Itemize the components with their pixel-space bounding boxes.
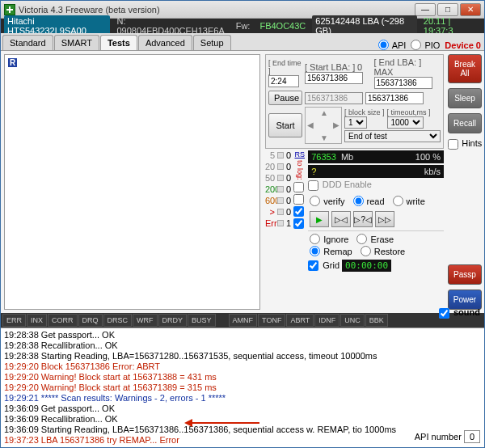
tag-inx: INX (27, 314, 47, 327)
recall-button[interactable]: Recall (448, 113, 482, 133)
to-log-label: to log: (296, 160, 304, 180)
break-all-button[interactable]: Break All (448, 54, 482, 83)
tag-tonf: TONF (258, 314, 285, 327)
info-bar: Hitachi HTS543232L9SA00 N: 090804FBD400C… (1, 19, 484, 33)
close-button[interactable]: ✕ (460, 3, 481, 16)
mode-write[interactable]: write (393, 196, 425, 206)
end-lba-2[interactable] (365, 92, 424, 104)
endtime-label: [ End time ] (268, 59, 302, 75)
mode-verify[interactable]: verify (310, 196, 344, 206)
radio-pio[interactable]: PIO (411, 40, 440, 50)
tag-busy: BUSY (188, 314, 216, 327)
tag- (217, 314, 228, 327)
api-number: API number0 (415, 430, 480, 443)
sleep-button[interactable]: Sleep (448, 88, 482, 108)
tag-drsc: DRSC (103, 314, 133, 327)
nav-pad[interactable]: ▲▼◀▶ (305, 107, 342, 144)
tag-wrf: WRF (133, 314, 158, 327)
mode-read[interactable]: read (353, 196, 385, 206)
rs-link[interactable]: RS (294, 150, 305, 158)
ff-button[interactable]: ▷▷ (375, 211, 394, 227)
tag-abrt: ABRT (286, 314, 314, 327)
tag-bbk: BBK (365, 314, 388, 327)
grid-check[interactable]: Grid (308, 260, 340, 272)
block-size-select[interactable]: 1 (344, 116, 367, 129)
app-icon (4, 4, 15, 15)
passp-button[interactable]: Passp (448, 264, 482, 285)
start-lba-input[interactable] (305, 72, 363, 84)
tab-setup[interactable]: Setup (193, 35, 231, 50)
minimize-button[interactable]: — (415, 3, 436, 16)
hints-check[interactable]: Hints (448, 138, 483, 150)
timer: 00:00:00 (342, 260, 391, 272)
tolog-check-4[interactable] (293, 218, 304, 229)
pause-button[interactable]: Pause (268, 91, 302, 105)
timeout-select[interactable]: 1000 (387, 116, 424, 129)
tag-drdy: DRDY (158, 314, 188, 327)
ddd-enable[interactable]: DDD Enable (308, 180, 444, 191)
tag-idnf: IDNF (314, 314, 340, 327)
endtime-input[interactable] (268, 75, 299, 87)
r-marker: R (8, 58, 17, 67)
tag-amnf: AMNF (229, 314, 258, 327)
tab-row: Standard SMART Tests Advanced Setup API … (1, 33, 484, 51)
maximize-button[interactable]: □ (437, 3, 458, 16)
window-title: Victoria 4.3 Freeware (beta version) (19, 5, 415, 15)
scan-canvas: R (4, 54, 260, 310)
act-restore[interactable]: Restore (361, 246, 406, 256)
fw-label: Fw: (233, 20, 254, 32)
act-erase[interactable]: Erase (356, 234, 394, 244)
rew-button[interactable]: ▷◁ (331, 211, 351, 227)
annotation-arrow (187, 422, 259, 424)
radio-api[interactable]: API (378, 40, 407, 50)
mb-value: 76353 (311, 152, 336, 162)
tab-tests[interactable]: Tests (100, 35, 137, 50)
tolog-check-3[interactable] (293, 206, 304, 217)
sound-check[interactable]: sound (439, 307, 480, 319)
start-lba-current (305, 92, 363, 104)
latency-stats: 5 020 050 0200 0600 0> 0Err 1 (265, 150, 291, 273)
end-lba-input[interactable] (374, 77, 432, 89)
tab-smart[interactable]: SMART (54, 35, 99, 50)
tag-err: ERR (2, 314, 26, 327)
status-tags: ERRINXCORRDRQDRSCWRFDRDYBUSYAMNFTONFABRT… (1, 313, 484, 328)
tab-standard[interactable]: Standard (2, 35, 53, 50)
end-of-test-select[interactable]: End of test (344, 130, 441, 142)
tab-advanced[interactable]: Advanced (138, 35, 192, 50)
tag-corr: CORR (48, 314, 78, 327)
kbs-value: ? (311, 167, 316, 176)
tolog-check-2[interactable] (293, 194, 304, 205)
start-button[interactable]: Start (268, 113, 302, 137)
tag-unc: UNC (340, 314, 365, 327)
play-button[interactable]: ▶ (310, 211, 329, 227)
act-ignore[interactable]: Ignore (310, 234, 348, 244)
tag-drq: DRQ (78, 314, 103, 327)
tolog-check-1[interactable] (293, 182, 304, 192)
step-button[interactable]: ▷?◁ (353, 211, 373, 227)
act-remap[interactable]: Remap (310, 246, 352, 256)
device-0-label: Device 0 (445, 40, 481, 50)
fw-version: FB4OC43C (256, 20, 309, 32)
log-panel[interactable]: 19:28:38 Get passport... OK19:28:38 Reca… (1, 328, 484, 447)
